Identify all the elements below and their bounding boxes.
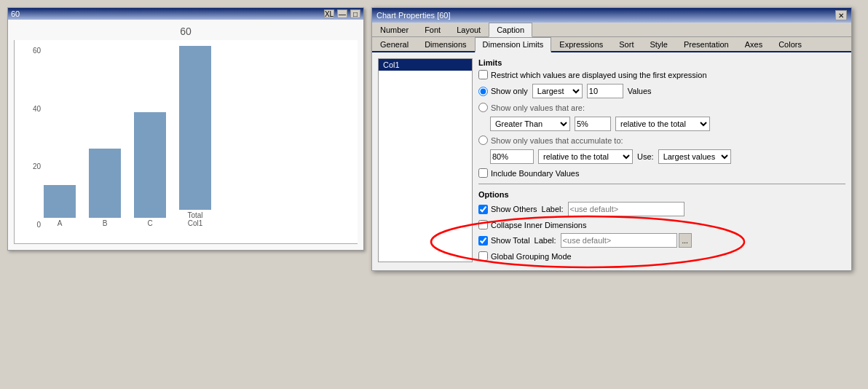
y-label-40: 40 bbox=[15, 106, 41, 113]
chart-xl-btn[interactable]: XL bbox=[324, 9, 334, 18]
restrict-checkbox[interactable] bbox=[478, 70, 488, 79]
dialog-body: Col1 Limits Restrict which values are di… bbox=[372, 52, 851, 270]
show-others-row: Show Others Label: bbox=[478, 202, 845, 216]
bars-container: A B C TotalCol1 bbox=[44, 47, 350, 229]
show-total-ellipsis-btn[interactable]: ... bbox=[679, 233, 692, 248]
tab-general[interactable]: General bbox=[372, 37, 417, 51]
chart-restore-btn[interactable]: □ bbox=[350, 9, 360, 18]
y-label-20: 20 bbox=[15, 163, 41, 170]
chart-minimize-btn[interactable]: — bbox=[337, 9, 347, 18]
show-others-text: Show Others bbox=[491, 205, 537, 213]
tab-number[interactable]: Number bbox=[372, 23, 417, 36]
collapse-inner-checkbox[interactable] bbox=[478, 220, 488, 229]
show-total-label-text: Label: bbox=[534, 236, 556, 245]
show-only-radio-label: Show only bbox=[478, 87, 528, 96]
show-values-text: Show only values that are: bbox=[491, 103, 585, 112]
accumulate-text: Show only values that accumulate to: bbox=[491, 136, 623, 145]
show-only-values-row: Show only values that are: bbox=[478, 103, 845, 112]
values-that-are-controls: Greater Than Less Than relative to the t… bbox=[490, 117, 845, 131]
chart-title: 60 bbox=[11, 9, 20, 18]
tab-font[interactable]: Font bbox=[417, 23, 449, 36]
show-total-row: Show Total Label: ... bbox=[478, 233, 845, 248]
bar-label-b: B bbox=[103, 219, 108, 227]
boundary-checkbox-label: Include Boundary Values bbox=[478, 168, 580, 178]
boundary-row: Include Boundary Values bbox=[478, 168, 845, 178]
collapse-inner-checkbox-label: Collapse Inner Dimensions bbox=[478, 220, 586, 229]
global-grouping-row: Global Grouping Mode bbox=[478, 251, 845, 261]
bar-label-total: TotalCol1 bbox=[187, 211, 202, 227]
tab-colors[interactable]: Colors bbox=[770, 37, 810, 51]
accumulate-radio-label: Show only values that accumulate to: bbox=[478, 135, 623, 145]
tabs-row-2: General Dimensions Dimension Limits Expr… bbox=[372, 37, 851, 52]
restrict-checkbox-label: Restrict which values are displayed usin… bbox=[478, 70, 707, 79]
show-total-input-group: ... bbox=[561, 233, 692, 248]
relative-total-dropdown[interactable]: relative to the total relative to the ma… bbox=[615, 117, 710, 131]
tab-dimension-limits[interactable]: Dimension Limits bbox=[475, 37, 552, 52]
chart-window: 60 XL — □ 60 0 20 40 60 A B bbox=[7, 7, 364, 251]
bar-b bbox=[89, 149, 121, 218]
bar-group-b: B bbox=[89, 149, 121, 227]
y-label-0: 0 bbox=[15, 221, 41, 229]
options-area: Options Show Others Label: bbox=[478, 190, 845, 261]
chart-title-buttons: XL — □ bbox=[324, 9, 360, 18]
dialog-close-button[interactable]: ✕ bbox=[835, 10, 847, 20]
left-panel: Col1 bbox=[378, 58, 473, 264]
bar-label-a: A bbox=[58, 219, 63, 227]
greater-than-dropdown[interactable]: Greater Than Less Than bbox=[490, 117, 570, 131]
bar-total bbox=[179, 46, 211, 210]
show-only-radio[interactable] bbox=[478, 87, 488, 96]
chart-top-label: 60 bbox=[14, 25, 358, 37]
percent-input[interactable] bbox=[575, 117, 611, 131]
chart-area: 0 20 40 60 A B C bbox=[14, 40, 358, 244]
y-axis-labels: 0 20 40 60 bbox=[15, 47, 41, 229]
largest-dropdown[interactable]: Largest Smallest bbox=[532, 84, 583, 98]
right-panel: Limits Restrict which values are display… bbox=[478, 58, 845, 264]
show-others-checkbox-label: Show Others bbox=[478, 205, 537, 214]
accumulate-controls: relative to the total Use: Largest value… bbox=[490, 149, 845, 164]
show-total-text: Show Total bbox=[491, 236, 530, 245]
bar-group-c: C bbox=[134, 112, 166, 227]
show-only-row: Show only Largest Smallest Values bbox=[478, 84, 845, 98]
tab-style[interactable]: Style bbox=[642, 37, 675, 51]
show-total-checkbox[interactable] bbox=[478, 236, 488, 245]
tab-layout[interactable]: Layout bbox=[449, 23, 489, 36]
show-values-radio-label: Show only values that are: bbox=[478, 103, 585, 112]
global-grouping-checkbox[interactable] bbox=[478, 251, 488, 261]
largest-values-dropdown[interactable]: Largest values bbox=[658, 149, 731, 164]
bar-group-total: TotalCol1 bbox=[179, 46, 211, 227]
show-others-label-text: Label: bbox=[542, 205, 564, 213]
bar-c bbox=[134, 112, 166, 218]
collapse-inner-text: Collapse Inner Dimensions bbox=[491, 221, 586, 229]
chart-content: 60 0 20 40 60 A B C bbox=[8, 20, 363, 250]
dialog-title: Chart Properties [60] bbox=[376, 11, 451, 20]
bar-a bbox=[44, 185, 76, 218]
list-item-col1[interactable]: Col1 bbox=[379, 59, 472, 71]
tab-dimensions[interactable]: Dimensions bbox=[417, 37, 474, 51]
show-others-input-group bbox=[568, 202, 684, 216]
accumulate-relative-dropdown[interactable]: relative to the total bbox=[538, 149, 633, 164]
y-label-60: 60 bbox=[15, 47, 41, 55]
largest-value-input[interactable] bbox=[587, 84, 623, 98]
accumulate-input[interactable] bbox=[490, 149, 534, 164]
tab-expressions[interactable]: Expressions bbox=[551, 37, 611, 51]
dimension-list: Col1 bbox=[378, 58, 473, 262]
global-grouping-text: Global Grouping Mode bbox=[491, 252, 572, 261]
tab-axes[interactable]: Axes bbox=[737, 37, 770, 51]
chart-properties-dialog: Chart Properties [60] ✕ Number Font Layo… bbox=[371, 7, 852, 271]
show-others-input[interactable] bbox=[568, 202, 684, 216]
show-others-checkbox[interactable] bbox=[478, 205, 488, 214]
tab-caption[interactable]: Caption bbox=[489, 23, 532, 37]
dialog-titlebar: Chart Properties [60] ✕ bbox=[372, 8, 851, 23]
limits-section-title: Limits bbox=[478, 58, 845, 67]
tab-presentation[interactable]: Presentation bbox=[676, 37, 737, 51]
show-total-input[interactable] bbox=[561, 233, 677, 248]
show-values-radio[interactable] bbox=[478, 103, 488, 112]
show-only-text: Show only bbox=[491, 87, 528, 95]
restrict-row: Restrict which values are displayed usin… bbox=[478, 70, 845, 79]
global-grouping-checkbox-label: Global Grouping Mode bbox=[478, 251, 572, 261]
accumulate-row: Show only values that accumulate to: bbox=[478, 135, 845, 145]
boundary-checkbox[interactable] bbox=[478, 168, 488, 178]
accumulate-radio[interactable] bbox=[478, 135, 488, 145]
values-label: Values bbox=[628, 87, 652, 95]
tab-sort[interactable]: Sort bbox=[611, 37, 642, 51]
